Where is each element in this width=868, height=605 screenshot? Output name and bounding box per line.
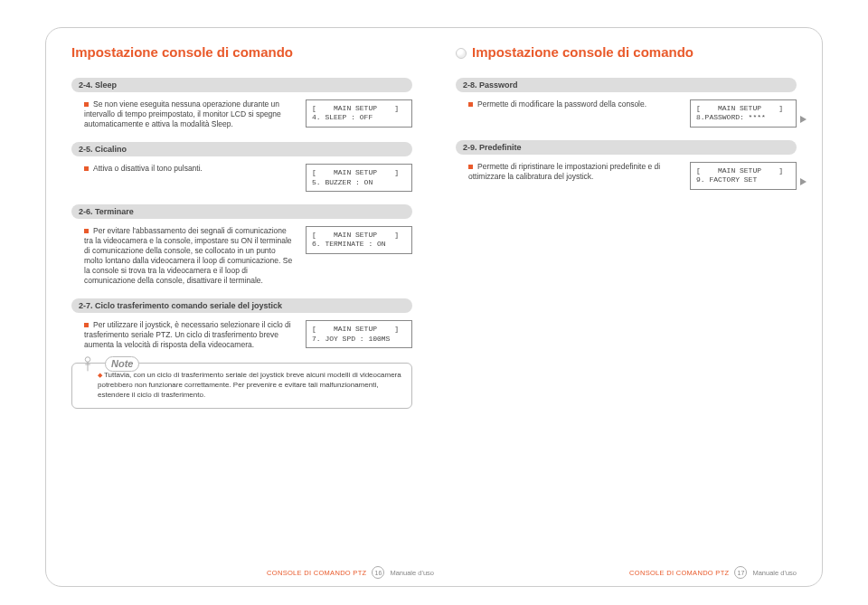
svg-point-0 bbox=[85, 357, 90, 363]
section-2-9: 2-9. Predefinite Permette di ripristinar… bbox=[456, 140, 797, 190]
note-text: Tuttavia, con un ciclo di trasferimento … bbox=[98, 371, 402, 400]
setupbox-2-9: [ MAIN SETUP ] 9. FACTORY SET bbox=[690, 162, 797, 190]
section-2-7: 2-7. Ciclo trasferimento comando seriale… bbox=[71, 298, 412, 350]
section-2-5: 2-5. Cicalino Attiva o disattiva il tono… bbox=[71, 142, 412, 192]
section-2-4: 2-4. Sleep Se non viene eseguita nessuna… bbox=[71, 78, 412, 129]
footer-page-right: 17 bbox=[734, 566, 747, 579]
setupbox-2-7: [ MAIN SETUP ] 7. JOY SPD : 100MS bbox=[306, 320, 412, 348]
setupbox-2-6: [ MAIN SETUP ] 6. TERMINATE : ON bbox=[306, 226, 412, 254]
setupbox-2-4: [ MAIN SETUP ] 4. SLEEP : OFF bbox=[306, 99, 412, 128]
setupbox-2-8: [ MAIN SETUP ] 8.PASSWORD: **** bbox=[690, 99, 797, 128]
footer-manual-right: Manuale d'uso bbox=[752, 569, 797, 577]
text-2-4: Se non viene eseguita nessuna operazione… bbox=[84, 99, 295, 129]
footer-manual-left: Manuale d'uso bbox=[390, 569, 434, 577]
text-2-6: Per evitare l'abbassamento dei segnali d… bbox=[84, 226, 295, 286]
footer-product-left: CONSOLE DI COMANDO PTZ bbox=[267, 569, 366, 577]
setupbox-2-5: [ MAIN SETUP ] 5. BUZZER : ON bbox=[306, 164, 412, 192]
pill-2-5: 2-5. Cicalino bbox=[71, 142, 412, 156]
columns: Impostazione console di comando 2-4. Sle… bbox=[71, 44, 797, 561]
text-2-8: Permette di modificare la password della… bbox=[468, 99, 679, 109]
note-icon bbox=[78, 354, 98, 374]
note-box: Note Tuttavia, con un ciclo di trasferim… bbox=[71, 363, 412, 408]
right-column: Impostazione console di comando 2-8. Pas… bbox=[456, 44, 797, 561]
footer-right: CONSOLE DI COMANDO PTZ 17 Manuale d'uso bbox=[434, 566, 797, 579]
pill-2-6: 2-6. Terminare bbox=[71, 204, 412, 219]
pill-2-8: 2-8. Password bbox=[456, 78, 797, 92]
footer-page-left: 16 bbox=[372, 566, 384, 579]
footer-left: CONSOLE DI COMANDO PTZ 16 Manuale d'uso bbox=[71, 566, 434, 579]
page-frame: Impostazione console di comando 2-4. Sle… bbox=[45, 27, 823, 587]
section-2-6: 2-6. Terminare Per evitare l'abbassament… bbox=[71, 204, 412, 286]
pill-2-4: 2-4. Sleep bbox=[71, 78, 412, 92]
footer-product-right: CONSOLE DI COMANDO PTZ bbox=[629, 569, 729, 577]
note-label: Note bbox=[105, 356, 139, 372]
text-2-7: Per utilizzare il joystick, è necessario… bbox=[84, 320, 295, 350]
left-column: Impostazione console di comando 2-4. Sle… bbox=[71, 44, 412, 561]
pill-2-7: 2-7. Ciclo trasferimento comando seriale… bbox=[71, 298, 412, 313]
left-heading: Impostazione console di comando bbox=[71, 44, 412, 60]
text-2-5: Attiva o disattiva il tono pulsanti. bbox=[84, 164, 295, 174]
pill-2-9: 2-9. Predefinite bbox=[456, 140, 797, 155]
right-heading: Impostazione console di comando bbox=[456, 44, 797, 60]
footer: CONSOLE DI COMANDO PTZ 16 Manuale d'uso … bbox=[71, 566, 797, 579]
section-2-8: 2-8. Password Permette di modificare la … bbox=[456, 78, 797, 128]
text-2-9: Permette di ripristinare le impostazioni… bbox=[468, 162, 679, 182]
